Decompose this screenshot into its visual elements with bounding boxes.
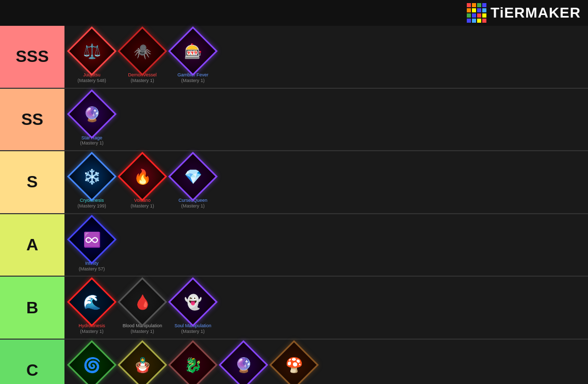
tier-row-c: C 🌀 BoogieWoogie(Mastery 3) 🪆 Straw Doll… xyxy=(0,340,588,384)
logo-pixel xyxy=(482,3,486,7)
logo-pixel xyxy=(477,3,481,7)
item-icon: 🍄 xyxy=(273,344,315,384)
logo-pixel xyxy=(472,13,476,18)
tier-label: SS xyxy=(0,89,64,151)
list-item: ♾️ Infinity(Mastery 57) xyxy=(69,218,115,272)
logo-pixel xyxy=(467,8,471,12)
tiermaker-logo: TiERMAKER xyxy=(0,0,588,26)
item-icon: ❄️ xyxy=(71,155,113,198)
tier-items: ⚖️ Juujutsu(Mastery 548) 🕷️ DemonVessel(… xyxy=(64,26,588,88)
logo-pixel xyxy=(472,3,476,7)
item-icon: 🐉 xyxy=(172,344,214,384)
logo-pixel xyxy=(477,13,481,18)
item-icon: 🌀 xyxy=(71,344,113,384)
list-item: ⚖️ Juujutsu(Mastery 548) xyxy=(69,30,115,84)
logo-pixel xyxy=(482,13,486,18)
logo-text: TiERMAKER xyxy=(491,5,581,21)
list-item: 🕷️ DemonVessel(Mastery 1) xyxy=(119,30,166,84)
item-icon: 🎰 xyxy=(172,30,214,72)
item-icon: 🔮 xyxy=(71,93,113,135)
item-icon: 🪆 xyxy=(121,344,164,384)
item-icon: 🩸 xyxy=(121,281,164,323)
list-item: 🎰 Gambler Fever(Mastery 1) xyxy=(170,30,216,84)
tier-label: A xyxy=(0,214,64,276)
logo-pixel xyxy=(472,8,476,12)
list-item: 🍄 BazingoBourage(Mastery 1) xyxy=(271,344,317,384)
list-item: 🌀 BoogieWoogie(Mastery 3) xyxy=(69,344,115,384)
tier-label: B xyxy=(0,277,64,339)
item-icon: 🕷️ xyxy=(121,30,164,72)
item-icon: ♾️ xyxy=(71,218,113,261)
item-icon: 🌊 xyxy=(71,281,113,323)
logo-pixel xyxy=(472,19,476,23)
logo-pixel xyxy=(477,8,481,12)
list-item: 🐉 Ratio(Mastery 1) xyxy=(170,344,216,384)
logo-pixel xyxy=(477,19,481,23)
tier-items: ❄️ Cryokinesis(Mastery 199) 🔥 Volcano(Ma… xyxy=(64,151,588,213)
logo-grid xyxy=(467,3,486,23)
list-item: 💎 CursedQueen(Mastery 1) xyxy=(170,155,216,209)
list-item: ❄️ Cryokinesis(Mastery 199) xyxy=(69,155,115,209)
list-item: 🪆 Straw Doll(Mastery 1) xyxy=(119,344,166,384)
logo-pixel xyxy=(482,19,486,23)
tier-row-b: B 🌊 Hydrokinesis(Mastery 1) 🩸 Blood Mani… xyxy=(0,277,588,340)
tier-items: 🌊 Hydrokinesis(Mastery 1) 🩸 Blood Manipu… xyxy=(64,277,588,339)
tier-label: S xyxy=(0,151,64,213)
item-icon: 🔮 xyxy=(222,344,265,384)
tiermaker-header: TiERMAKER xyxy=(0,0,588,26)
tier-label: SSS xyxy=(0,26,64,88)
item-icon: 🔥 xyxy=(121,155,164,198)
item-icon: ⚖️ xyxy=(71,30,113,72)
logo-pixel xyxy=(467,3,471,7)
list-item: 🌊 Hydrokinesis(Mastery 1) xyxy=(69,281,115,334)
tier-items: 🔮 Star Rage(Mastery 1) xyxy=(64,89,588,151)
tier-items: 🌀 BoogieWoogie(Mastery 3) 🪆 Straw Doll(M… xyxy=(64,340,588,384)
item-icon: 💎 xyxy=(172,155,214,198)
list-item: 🔮 CursedSpeech(Mastery 1) xyxy=(220,344,267,384)
tier-row-ss: SS 🔮 Star Rage(Mastery 1) xyxy=(0,89,588,152)
tier-items: ♾️ Infinity(Mastery 57) xyxy=(64,214,588,276)
tier-row-s: S ❄️ Cryokinesis(Mastery 199) 🔥 Volcano(… xyxy=(0,151,588,214)
list-item: 🔮 Star Rage(Mastery 1) xyxy=(69,93,115,147)
list-item: 🔥 Volcano(Mastery 1) xyxy=(119,155,166,209)
list-item: 👻 Soul Manipulation(Mastery 1) xyxy=(170,281,216,334)
item-icon: 👻 xyxy=(172,281,214,323)
tier-label: C xyxy=(0,340,64,384)
list-item: 🩸 Blood Manipulation(Mastery 1) xyxy=(119,281,166,334)
logo-pixel xyxy=(482,8,486,12)
tier-row-a: A ♾️ Infinity(Mastery 57) xyxy=(0,214,588,277)
logo-pixel xyxy=(467,13,471,18)
tier-row-sss: SSS ⚖️ Juujutsu(Mastery 548) 🕷️ DemonVes… xyxy=(0,26,588,89)
logo-pixel xyxy=(467,19,471,23)
tier-list: SSS ⚖️ Juujutsu(Mastery 548) 🕷️ DemonVes… xyxy=(0,26,588,384)
